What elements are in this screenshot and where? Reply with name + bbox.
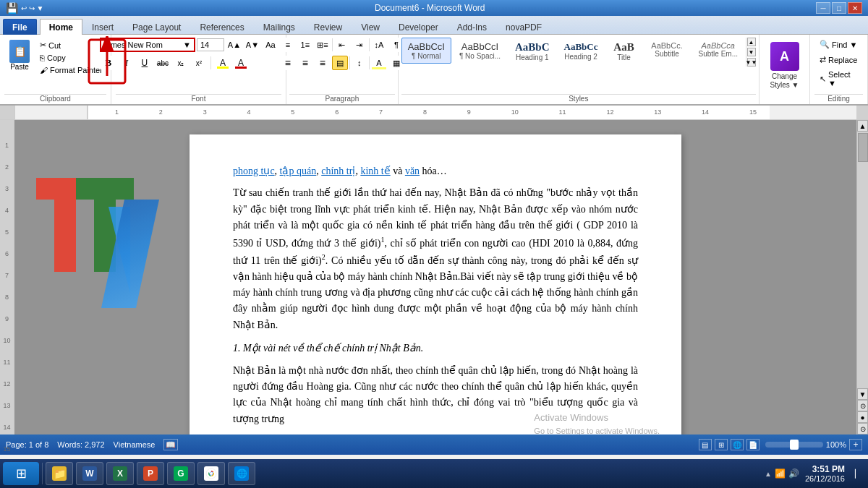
link-chinh-tri[interactable]: chính trị bbox=[321, 166, 355, 176]
style-heading2[interactable]: AaBbCc Heading 2 bbox=[558, 38, 605, 64]
strikethrough-button[interactable]: abc bbox=[155, 56, 171, 70]
check-shape bbox=[101, 200, 159, 308]
replace-button[interactable]: ⇄ Replace bbox=[814, 53, 863, 67]
tab-review[interactable]: Review bbox=[305, 19, 352, 35]
style-subtleem[interactable]: AaBbCca Subtle Em... bbox=[692, 38, 744, 61]
align-left-button[interactable]: ≡ bbox=[280, 56, 296, 70]
increase-indent-button[interactable]: ⇥ bbox=[352, 38, 367, 52]
taskbar-green-app[interactable]: G bbox=[167, 462, 195, 485]
taskbar-powerpoint[interactable]: P bbox=[137, 462, 164, 485]
view-print-button[interactable]: ▤ bbox=[699, 439, 712, 450]
link-van[interactable]: văn bbox=[405, 166, 420, 176]
tab-view[interactable]: View bbox=[352, 19, 389, 35]
taskbar: ⊞ 📁 W X P G 🌐 ▲ bbox=[0, 459, 868, 488]
superscript-button[interactable]: x² bbox=[191, 56, 207, 70]
zoom-in-button[interactable]: + bbox=[849, 439, 862, 450]
tab-page-layout[interactable]: Page Layout bbox=[123, 19, 190, 35]
scroll-up-arrow[interactable]: ▲ bbox=[857, 120, 868, 132]
align-center-button[interactable]: ≡ bbox=[297, 56, 313, 70]
underline-button[interactable]: U bbox=[137, 56, 153, 70]
styles-scroll-down[interactable]: ▼ bbox=[747, 48, 756, 56]
minimize-button[interactable]: ─ bbox=[816, 2, 830, 14]
style-heading1[interactable]: AaBbC Heading 1 bbox=[509, 38, 556, 65]
highlight-button[interactable]: A bbox=[215, 56, 231, 70]
copy-button[interactable]: ⎘ Copy bbox=[36, 52, 106, 64]
style-subtitle[interactable]: AaBbCc. Subtitle bbox=[644, 38, 691, 61]
justify-button[interactable]: ▤ bbox=[332, 56, 348, 70]
close-button[interactable]: ✕ bbox=[848, 2, 862, 14]
styles-scroll-expand[interactable]: ▼▼ bbox=[747, 58, 756, 67]
taskbar-blue-app[interactable]: 🌐 bbox=[228, 462, 255, 485]
decrease-indent-button[interactable]: ⇤ bbox=[334, 38, 350, 52]
taskbar-chrome[interactable] bbox=[197, 462, 225, 485]
shading-button[interactable]: A bbox=[371, 56, 387, 70]
scroll-down-arrow[interactable]: ▼ bbox=[857, 388, 868, 400]
link-kinh-te[interactable]: kinh tế bbox=[360, 166, 390, 176]
blue-app-icon: 🌐 bbox=[234, 466, 249, 481]
cut-icon: ✂ bbox=[40, 40, 46, 50]
tab-insert[interactable]: Insert bbox=[82, 19, 123, 35]
tab-file[interactable]: File bbox=[3, 19, 37, 35]
view-draft-button[interactable]: 📄 bbox=[746, 439, 760, 450]
tab-novapdf[interactable]: novaPDF bbox=[496, 19, 551, 35]
right-scrollbar[interactable]: ▲ ▼ ⊙ ● ⊙ bbox=[856, 120, 868, 435]
view-web-button[interactable]: 🌐 bbox=[731, 439, 744, 450]
tab-mailings[interactable]: Mailings bbox=[254, 19, 305, 35]
find-button[interactable]: 🔍 Find ▼ bbox=[814, 38, 863, 51]
select-browse-button[interactable]: ● bbox=[857, 411, 868, 423]
next-page-button[interactable]: ⊙ bbox=[857, 423, 868, 435]
style-normal[interactable]: AaBbCcI ¶ Normal bbox=[401, 38, 451, 64]
decrease-font-button[interactable]: A▼ bbox=[244, 38, 260, 52]
taskbar-folder[interactable]: 📁 bbox=[46, 462, 73, 485]
tab-add-ins[interactable]: Add-Ins bbox=[448, 19, 496, 35]
ribbon-group-change-styles: A ChangeStyles ▼ bbox=[760, 35, 810, 104]
doc-para-0: phong tục, tập quán, chính trị, kinh tế … bbox=[233, 163, 638, 179]
font-family-selector[interactable]: Times New Rom ▼ bbox=[101, 38, 195, 51]
document-page[interactable]: Activate Windows Go to Settings to activ… bbox=[190, 134, 681, 435]
ruler-num-3: 3 bbox=[203, 108, 207, 116]
style-nospacing[interactable]: AaBbCcI ¶ No Spaci... bbox=[453, 38, 507, 64]
align-right-button[interactable]: ≡ bbox=[315, 56, 331, 70]
font-color-button[interactable]: A bbox=[233, 56, 249, 70]
cut-button[interactable]: ✂ Cut bbox=[36, 39, 106, 51]
show-desktop-button[interactable]: ▏ bbox=[851, 462, 865, 485]
taskbar-excel[interactable]: X bbox=[106, 462, 134, 485]
numbering-button[interactable]: 1≡ bbox=[297, 38, 313, 52]
select-button[interactable]: ↖ Select ▼ bbox=[814, 68, 863, 90]
taskbar-word[interactable]: W bbox=[76, 462, 103, 485]
prev-page-button[interactable]: ⊙ bbox=[857, 400, 868, 411]
change-case-button[interactable]: Aa bbox=[263, 38, 278, 52]
language-icon[interactable]: 📖 bbox=[163, 439, 178, 450]
sort-button[interactable]: ↕A bbox=[371, 38, 387, 52]
font-color-bar bbox=[235, 67, 247, 69]
format-painter-button[interactable]: 🖌 Format Painter bbox=[36, 64, 106, 76]
styles-scroll-arrows[interactable]: ▲ ▼ ▼▼ bbox=[746, 38, 756, 67]
tab-developer[interactable]: Developer bbox=[389, 19, 448, 35]
bullets-button[interactable]: ≡ bbox=[280, 38, 296, 52]
bold-button[interactable]: B bbox=[101, 56, 116, 70]
tab-home[interactable]: Home bbox=[40, 19, 82, 35]
replace-icon: ⇄ bbox=[820, 55, 826, 64]
zoom-slider[interactable] bbox=[765, 442, 823, 448]
paste-button[interactable]: 📋 Paste bbox=[4, 38, 35, 73]
document-scroll-area[interactable]: Activate Windows Go to Settings to activ… bbox=[14, 120, 856, 435]
font-size-selector[interactable]: 14 bbox=[197, 38, 224, 51]
link-phong-tuc[interactable]: phong tục bbox=[233, 166, 275, 176]
style-title[interactable]: AaB Title bbox=[606, 38, 642, 65]
subscript-button[interactable]: x₂ bbox=[173, 56, 189, 70]
increase-font-button[interactable]: A▲ bbox=[226, 38, 242, 52]
view-fullscreen-button[interactable]: ⊞ bbox=[715, 439, 728, 450]
restore-button[interactable]: □ bbox=[832, 2, 846, 14]
multilevel-button[interactable]: ⊞≡ bbox=[315, 38, 331, 52]
scroll-thumb[interactable] bbox=[858, 133, 868, 162]
italic-button[interactable]: I bbox=[119, 56, 135, 70]
ruler-right-corner bbox=[856, 106, 868, 119]
line-spacing-button[interactable]: ↕ bbox=[352, 56, 367, 70]
change-styles-button[interactable]: A ChangeStyles ▼ bbox=[767, 39, 802, 93]
link-tap-quan[interactable]: tập quán bbox=[280, 166, 317, 176]
tab-references[interactable]: References bbox=[190, 19, 253, 35]
change-styles-spacer bbox=[765, 94, 804, 95]
styles-scroll-up[interactable]: ▲ bbox=[747, 38, 756, 46]
scroll-track[interactable] bbox=[857, 132, 868, 388]
start-button[interactable]: ⊞ bbox=[3, 462, 39, 485]
